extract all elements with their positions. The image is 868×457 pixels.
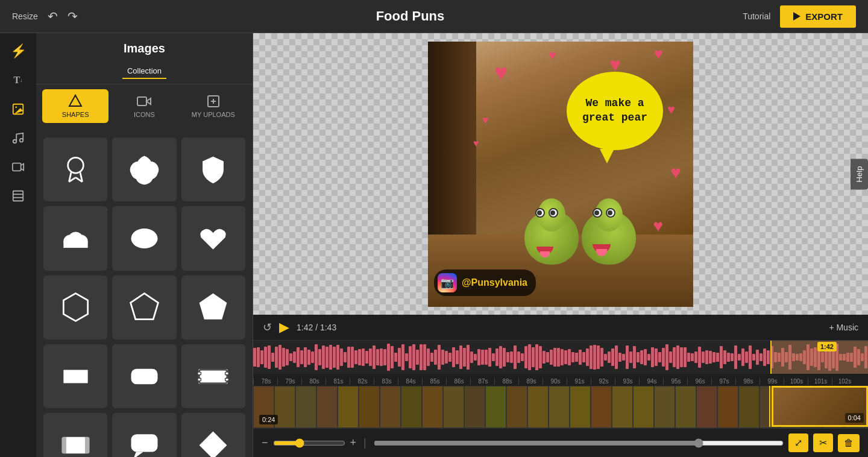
thumbnail-item[interactable] [717, 386, 738, 428]
thumbnail-item[interactable] [738, 386, 760, 428]
sidebar-item-text[interactable]: T↓ [6, 68, 30, 92]
shape-badge-diamond[interactable] [181, 413, 245, 457]
thumbnail-item[interactable] [485, 386, 506, 428]
shape-film-strip[interactable] [181, 344, 245, 408]
sidebar-item-layout[interactable] [6, 184, 30, 208]
svg-marker-6 [69, 95, 81, 106]
thumbnail-item[interactable] [443, 386, 464, 428]
top-bar: Resize ↶ ↷ Food Puns Tutorial EXPORT [0, 0, 868, 33]
wave-bar [452, 347, 455, 367]
wave-bar [409, 346, 412, 368]
shape-cloud[interactable] [43, 206, 107, 270]
replay-button[interactable]: ↺ [263, 321, 272, 334]
thumbnail-item[interactable] [696, 386, 717, 428]
sidebar-item-images[interactable] [6, 97, 30, 121]
ruler-mark: 89s [518, 378, 542, 385]
ruler-mark: 90s [542, 378, 567, 385]
my-uploads-tab[interactable]: MY UPLOADS [180, 89, 247, 123]
resize-button[interactable]: Resize [12, 11, 38, 21]
thumbnail-item[interactable] [570, 386, 591, 428]
collection-tab[interactable]: Collection [122, 64, 166, 79]
shape-hexagon[interactable] [43, 276, 107, 339]
export-button[interactable]: EXPORT [780, 5, 856, 28]
wave-bar [658, 352, 661, 362]
tutorial-button[interactable]: Tutorial [743, 11, 770, 21]
thumbnail-item[interactable] [654, 386, 675, 428]
export-play-icon [793, 12, 800, 20]
wave-bar [394, 353, 397, 362]
svg-marker-35 [200, 432, 227, 457]
zoom-bar: − + | ⤢ ✂ 🗑 [253, 428, 868, 457]
heart-8: ♥ [473, 138, 479, 149]
thumbnail-item[interactable] [338, 386, 359, 428]
thumbnail-item[interactable] [633, 386, 654, 428]
wave-bar [481, 350, 484, 365]
shape-shield-badge[interactable] [181, 137, 245, 201]
help-button[interactable]: Help [851, 159, 868, 189]
wave-bar [467, 345, 470, 370]
sidebar-item-logo[interactable]: ⚡ [6, 39, 30, 63]
wave-bar [676, 345, 679, 368]
thumbnail-item[interactable] [316, 386, 338, 428]
wave-bar [380, 348, 383, 365]
zoom-minus-button[interactable]: − [262, 437, 268, 449]
thumbnail-item[interactable] [612, 386, 633, 428]
thumbnail-item[interactable] [464, 386, 485, 428]
shapes-tab-label: SHAPES [62, 111, 89, 118]
delete-button[interactable]: 🗑 [838, 434, 860, 452]
shape-oval[interactable] [112, 206, 176, 270]
shape-rectangle[interactable] [43, 344, 107, 408]
wave-bar [423, 344, 426, 371]
thumbnail-item[interactable] [422, 386, 443, 428]
shape-heart[interactable] [181, 206, 245, 270]
ruler-mark: 79s [277, 378, 301, 385]
play-button[interactable]: ▶ [279, 320, 289, 335]
thumbnail-item[interactable] [527, 386, 549, 428]
redo-button[interactable]: ↷ [68, 9, 78, 24]
wave-bar [412, 344, 415, 370]
expand-button[interactable]: ⤢ [788, 433, 808, 452]
music-button[interactable]: + Music [829, 323, 858, 332]
wave-bar [738, 354, 741, 361]
sidebar-item-video[interactable] [6, 155, 30, 179]
shape-badge-circle[interactable] [43, 137, 107, 201]
wave-bar [499, 346, 502, 368]
wave-bar [571, 352, 574, 362]
shape-pentagon-solid[interactable] [181, 276, 245, 339]
instagram-handle: @Punsylvania [462, 277, 527, 288]
thumbnail-item[interactable] [675, 386, 696, 428]
wave-bar [665, 344, 668, 371]
ruler-mark: 94s [639, 378, 663, 385]
shapes-tab[interactable]: SHAPES [42, 89, 108, 123]
timeline-ruler: 78s79s80s81s82s83s84s85s86s87s88s89s90s9… [253, 374, 868, 386]
undo-button[interactable]: ↶ [48, 9, 58, 24]
shape-film-reel[interactable] [43, 413, 107, 457]
shape-speech-bubble[interactable] [112, 413, 176, 457]
thumbnail-item[interactable] [506, 386, 527, 428]
thumbnail-item[interactable] [549, 386, 570, 428]
thumbnail-item[interactable] [591, 386, 612, 428]
shape-rounded-rect[interactable] [112, 344, 176, 408]
thumbnail-item[interactable] [380, 386, 401, 428]
zoom-plus-button[interactable]: + [350, 437, 357, 449]
icons-tab[interactable]: ICONS [111, 89, 177, 123]
wave-bar [532, 347, 535, 367]
wave-bar [752, 354, 755, 361]
wave-bar [597, 345, 600, 368]
shape-blob-badge[interactable] [112, 137, 176, 201]
wave-bar [542, 351, 546, 364]
wave-bar [387, 344, 390, 370]
thumbnail-item[interactable] [359, 386, 380, 428]
thumbnail-item[interactable] [401, 386, 422, 428]
sidebar-item-music[interactable] [6, 126, 30, 150]
zoom-slider[interactable] [273, 438, 345, 448]
wave-bar [275, 347, 278, 367]
shape-pentagon-outline[interactable] [112, 276, 176, 339]
cut-button[interactable]: ✂ [813, 433, 833, 452]
ruler-mark: 87s [470, 378, 494, 385]
scroll-slider[interactable] [374, 438, 784, 448]
wave-bar [383, 349, 386, 365]
wave-bar [644, 349, 647, 365]
project-title: Food Puns [376, 8, 445, 24]
thumbnail-item[interactable] [295, 386, 316, 428]
